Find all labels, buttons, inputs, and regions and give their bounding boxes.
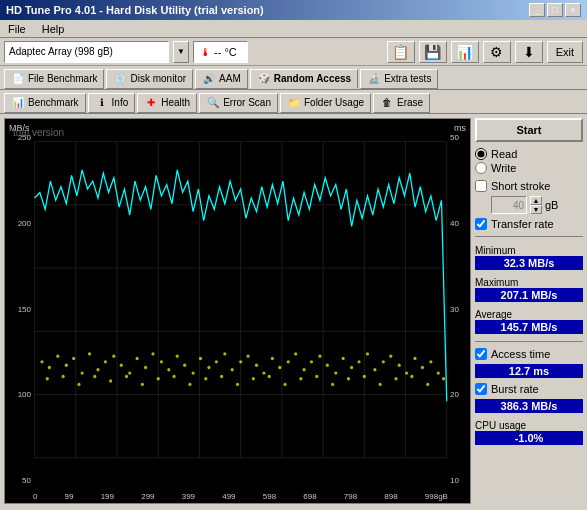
svg-point-81 [252,377,255,380]
maximum-label: Maximum [475,277,583,288]
burst-rate-checkbox[interactable] [475,383,487,395]
y-label-200: 200 [5,219,33,228]
transfer-rate-label: Transfer rate [491,218,554,230]
gb-input[interactable] [491,196,527,214]
benchmark-icon: 📊 [11,96,25,110]
watermark: trial version [13,127,64,138]
erase-icon: 🗑 [380,96,394,110]
cpu-usage-section: CPU usage -1.0% [475,418,583,446]
svg-point-44 [255,364,258,367]
exit-button[interactable]: Exit [547,41,583,63]
svg-point-71 [93,375,96,378]
tab-folder-usage[interactable]: 📁 Folder Usage [280,93,371,113]
access-time-checkbox[interactable] [475,348,487,360]
svg-point-27 [120,364,123,367]
x-axis: 0 99 199 299 399 499 598 698 798 898 998… [33,492,448,501]
titlebar: HD Tune Pro 4.01 - Hard Disk Utility (tr… [0,0,587,20]
toolbar-btn-1[interactable]: 📋 [387,41,415,63]
access-time-row: Access time [475,348,583,360]
tab-file-benchmark[interactable]: 📄 File Benchmark [4,69,104,89]
transfer-rate-checkbox[interactable] [475,218,487,230]
svg-point-63 [405,371,408,374]
drive-dropdown-arrow[interactable]: ▼ [173,41,189,63]
short-stroke-checkbox[interactable] [475,180,487,192]
close-button[interactable]: × [565,3,581,17]
tab-info[interactable]: ℹ Info [88,93,136,113]
y-axis-right: 50 40 30 20 10 [448,119,470,503]
svg-point-30 [144,366,147,369]
cpu-usage-label: CPU usage [475,420,583,431]
toolbar-btn-2[interactable]: 💾 [419,41,447,63]
tab-erase-label: Erase [397,97,423,108]
spinner-up[interactable]: ▲ [530,196,542,205]
svg-point-60 [382,360,385,363]
svg-point-52 [318,354,321,357]
toolbar: Adaptec Array (998 gB) ▼ 🌡 -- °C 📋 💾 📊 ⚙… [0,38,587,66]
tab-disk-monitor[interactable]: 💿 Disk monitor [106,69,193,89]
svg-point-38 [207,366,210,369]
y-axis-left: 250 200 150 100 50 [5,119,33,503]
y-label-right-20: 20 [448,390,470,399]
svg-point-66 [429,360,432,363]
gb-input-row: ▲ ▼ gB [475,196,583,214]
drive-name: Adaptec Array (998 gB) [9,46,113,57]
x-label-299: 299 [141,492,154,501]
average-section: Average 145.7 MB/s [475,307,583,335]
start-button[interactable]: Start [475,118,583,142]
maximum-section: Maximum 207.1 MB/s [475,275,583,303]
x-label-598: 598 [263,492,276,501]
tab-health[interactable]: ✚ Health [137,93,197,113]
svg-point-57 [357,360,360,363]
tab-disk-monitor-label: Disk monitor [130,73,186,84]
spinner-down[interactable]: ▼ [530,205,542,214]
menu-file[interactable]: File [4,22,30,36]
svg-point-89 [379,383,382,386]
maximize-button[interactable]: □ [547,3,563,17]
random-access-icon: 🎲 [257,72,271,86]
svg-point-48 [287,360,290,363]
svg-point-43 [246,354,249,357]
svg-point-79 [220,375,223,378]
svg-point-64 [413,357,416,360]
svg-point-54 [334,371,337,374]
radio-write[interactable] [475,162,487,174]
menu-help[interactable]: Help [38,22,69,36]
tab-erase[interactable]: 🗑 Erase [373,93,430,113]
spinner-buttons: ▲ ▼ [530,196,542,214]
svg-point-28 [128,371,131,374]
tabs-row-1: 📄 File Benchmark 💿 Disk monitor 🔊 AAM 🎲 … [0,66,587,90]
y-label-right-40: 40 [448,219,470,228]
x-label-898: 898 [384,492,397,501]
gb-unit: gB [545,199,558,211]
svg-point-77 [188,383,191,386]
svg-point-39 [215,360,218,363]
temperature-display: 🌡 -- °C [193,41,248,63]
toolbar-btn-3[interactable]: 📊 [451,41,479,63]
divider-2 [475,341,583,342]
tab-error-scan[interactable]: 🔍 Error Scan [199,93,278,113]
radio-write-row: Write [475,162,583,174]
svg-point-90 [394,377,397,380]
toolbar-btn-5[interactable]: ⬇ [515,41,543,63]
tab-extra-tests[interactable]: 🔬 Extra tests [360,69,438,89]
radio-write-label: Write [491,162,516,174]
svg-point-53 [326,364,329,367]
svg-point-56 [350,366,353,369]
disk-monitor-icon: 💿 [113,72,127,86]
minimize-button[interactable]: _ [529,3,545,17]
tab-random-access[interactable]: 🎲 Random Access [250,69,358,89]
radio-read[interactable] [475,148,487,160]
tab-aam[interactable]: 🔊 AAM [195,69,248,89]
x-label-0: 0 [33,492,37,501]
tab-random-access-label: Random Access [274,73,351,84]
svg-point-32 [160,360,163,363]
drive-selector[interactable]: Adaptec Array (998 gB) [4,41,169,63]
tab-error-scan-label: Error Scan [223,97,271,108]
toolbar-btn-4[interactable]: ⚙ [483,41,511,63]
x-label-499: 499 [222,492,235,501]
burst-rate-row: Burst rate [475,383,583,395]
x-label-998: 998gB [425,492,448,501]
minimum-section: Minimum 32.3 MB/s [475,243,583,271]
tab-health-label: Health [161,97,190,108]
tab-benchmark[interactable]: 📊 Benchmark [4,93,86,113]
